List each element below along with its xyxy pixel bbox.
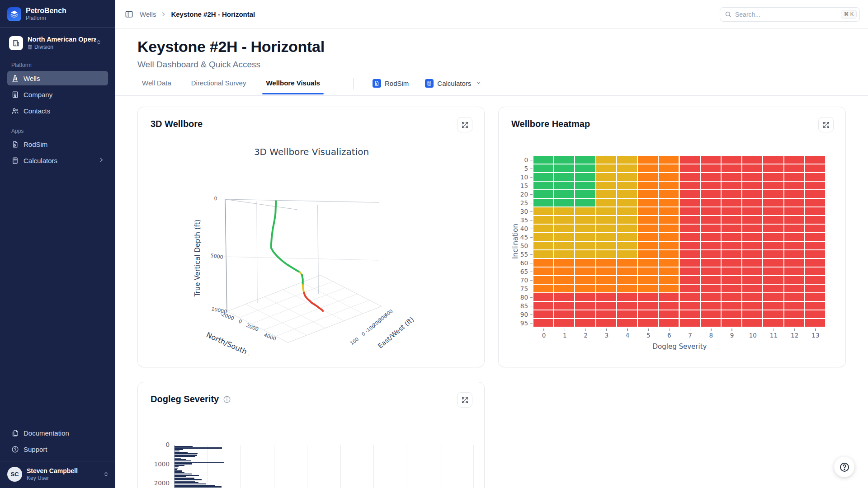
bar: [175, 482, 198, 483]
org-division: Division: [28, 44, 96, 50]
heatmap-cell: [638, 164, 658, 172]
calculator-icon: [11, 157, 19, 164]
heatmap-ytick: 10: [510, 174, 528, 181]
bar: [175, 456, 195, 457]
user-menu[interactable]: SC Steven Campbell Key User: [0, 461, 115, 488]
sidebar-toggle-icon[interactable]: [125, 10, 133, 19]
heatmap-cell: [784, 302, 804, 310]
search-input[interactable]: [735, 11, 837, 18]
heatmap-cell: [701, 267, 721, 275]
tab-directional-survey[interactable]: Directional Survey: [189, 79, 248, 94]
card-title: 3D Wellbore: [151, 119, 203, 129]
sidebar-item-rodsim[interactable]: RodSim: [7, 137, 108, 151]
help-button[interactable]: [834, 457, 854, 477]
tick-mark: [530, 246, 533, 247]
heatmap-cell: [701, 199, 721, 206]
sidebar-item-wells[interactable]: Wells: [7, 71, 108, 85]
heatmap-xtick: 4: [618, 332, 637, 339]
heatmap-cell: [533, 250, 553, 258]
apptab-rodsim[interactable]: RodSim: [373, 79, 409, 94]
tab-wellbore-visuals[interactable]: Wellbore Visuals: [264, 79, 322, 94]
tab-well-data[interactable]: Well Data: [140, 79, 173, 94]
heatmap-cell: [722, 199, 741, 206]
heatmap-cell: [722, 276, 741, 284]
heatmap-cell: [617, 285, 637, 292]
heatmap-cell: [617, 233, 637, 241]
sidebar-item-contacts[interactable]: Contacts: [7, 103, 108, 118]
apptab-calculators[interactable]: Calculators: [425, 79, 481, 94]
bar: [175, 463, 192, 464]
sidebar-item-support[interactable]: Support: [7, 442, 108, 456]
heatmap-cell: [784, 267, 804, 275]
heatmap-cell: [659, 319, 679, 327]
heatmap-cell: [763, 190, 783, 198]
heatmap-cell: [805, 242, 825, 249]
sidebar-item-calculators[interactable]: Calculators: [7, 153, 108, 168]
heatmap-cell: [784, 233, 804, 241]
heatmap-ytick: 20: [510, 191, 528, 198]
heatmap-cell: [784, 207, 804, 215]
brand: PetroBench Platform: [0, 0, 115, 28]
heatmap-xtick: 3: [598, 332, 616, 339]
bar: [175, 449, 183, 450]
bar-ytick: 1000: [149, 460, 170, 468]
nav-footer: DocumentationSupport: [0, 426, 115, 456]
heatmap-xtick: 1: [556, 332, 574, 339]
heatmap-cell: [805, 164, 825, 172]
heatmap-plot[interactable]: 0510152025303540455055606570758085909501…: [499, 107, 845, 367]
gridline: [274, 445, 274, 488]
expand-button[interactable]: [457, 117, 472, 132]
heatmap-cell: [763, 302, 783, 310]
heatmap-cell: [805, 190, 825, 198]
heatmap-cell: [617, 276, 637, 284]
heatmap-cell: [784, 242, 804, 249]
heatmap-cell: [701, 225, 721, 232]
heatmap-cell: [638, 207, 658, 215]
heatmap-cell: [554, 242, 574, 249]
sidebar-item-company[interactable]: Company: [7, 87, 108, 102]
heatmap-cell: [638, 182, 658, 189]
page-subtitle: Well Dashboard & Quick Access: [137, 60, 846, 70]
expand-button[interactable]: [457, 392, 472, 408]
heatmap-cell: [533, 233, 553, 241]
heatmap-cell: [617, 250, 637, 258]
bar: [175, 462, 224, 463]
heatmap-cell: [701, 302, 721, 310]
main: Wells Keystone #2H - Horizontal ⌘ K Keys…: [115, 0, 868, 488]
heatmap-cell: [742, 293, 762, 301]
bar: [175, 479, 202, 480]
svg-text:100: 100: [349, 336, 359, 346]
svg-text:0: 0: [214, 196, 217, 202]
gridline: [307, 445, 307, 488]
heatmap-cell: [784, 259, 804, 267]
org-selector[interactable]: North American Opera Division: [7, 34, 109, 52]
expand-button[interactable]: [818, 117, 834, 132]
heatmap-cell: [680, 207, 700, 215]
heatmap-xtick: 12: [786, 332, 804, 339]
chevron-right-icon: [98, 157, 104, 164]
info-icon[interactable]: [223, 395, 231, 404]
bar: [175, 468, 178, 469]
heatmap-cell: [722, 173, 741, 181]
heatmap-cell: [575, 310, 595, 318]
heatmap-cell: [784, 156, 804, 164]
heatmap-cell: [596, 199, 616, 206]
breadcrumb-wells[interactable]: Wells: [140, 10, 156, 18]
sidebar-item-documentation[interactable]: Documentation: [7, 426, 108, 440]
heatmap-xtick: 9: [723, 332, 741, 339]
tick-mark: [530, 220, 533, 221]
tick-mark: [669, 328, 670, 331]
heatmap-cell: [805, 267, 825, 275]
heatmap-cell: [554, 259, 574, 267]
wellbore-3d-plot[interactable]: 3D Wellbore Visualization0500010000True …: [138, 107, 484, 367]
heatmap-cell: [596, 267, 616, 275]
heatmap-cell: [659, 199, 679, 206]
tabs: Well DataDirectional SurveyWellbore Visu…: [115, 78, 868, 96]
heatmap-cell: [763, 182, 783, 189]
bar: [175, 447, 222, 448]
heatmap-cell: [784, 250, 804, 258]
heatmap-cell: [554, 285, 574, 292]
heatmap-cell: [763, 310, 783, 318]
heatmap-cell: [596, 156, 616, 164]
heatmap-cell: [533, 293, 553, 301]
